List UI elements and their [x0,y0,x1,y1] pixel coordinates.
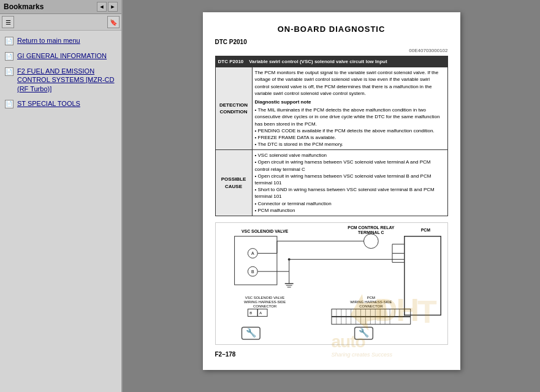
svg-text:B: B [249,311,252,315]
doc-ref: 00E40703000102 [215,48,448,53]
svg-rect-4 [234,236,276,285]
sidebar-item-2-label: F2 FUEL AND EMISSION CONTROL SYSTEMS [MZ… [17,67,116,93]
svg-text:🔧: 🔧 [358,328,369,338]
svg-text:A: A [251,251,254,255]
svg-text:CONNECTOR: CONNECTOR [253,304,277,308]
svg-text:B: B [251,270,254,274]
table-header-dtc: DTC P2010 Variable swirl control (VSC) s… [215,56,447,67]
diagnostic-table: DTC P2010 Variable swirl control (VSC) s… [215,56,448,216]
content-area[interactable]: ON-BOARD DIAGNOSTIC DTC P2010 00E4070300… [123,0,540,392]
sidebar-item-2-icon: 📄 [5,67,13,76]
sidebar-item-1-icon: 📄 [5,52,13,61]
svg-rect-17 [404,236,440,315]
sidebar-item-3-icon: 📄 [5,100,13,108]
sidebar-toolbar: ☰ 🔖 [0,14,121,31]
nav-forward-button[interactable]: ► [108,2,118,12]
table-header-row: DTC P2010 Variable swirl control (VSC) s… [215,56,447,67]
document-page: ON-BOARD DIAGNOSTIC DTC P2010 00E4070300… [203,12,460,370]
possible-cause-content: • VSC solenoid valve malfunction • Open … [252,150,447,216]
sidebar-title: Bookmarks [4,2,44,11]
sidebar-item-1[interactable]: 📄 GI GENERAL INFORMATION [2,50,119,62]
sidebar-content: 📄 Return to main menu 📄 GI GENERAL INFOR… [0,31,121,392]
sidebar-item-1-label: GI GENERAL INFORMATION [17,51,107,60]
possible-cause-row: POSSIBLECAUSE • VSC solenoid valve malfu… [215,150,447,216]
svg-text:A: A [259,311,262,315]
svg-point-11 [363,234,378,249]
svg-text:PCM: PCM [420,228,430,232]
possible-cause-label: POSSIBLECAUSE [215,150,252,216]
document-footer: F2–178 [215,351,448,358]
svg-text:VSC SOLENOID VALVE: VSC SOLENOID VALVE [245,296,284,300]
sidebar-item-3[interactable]: 📄 ST SPECIAL TOOLS [2,97,119,110]
sidebar-nav-buttons: ◄ ► [97,2,118,12]
detection-condition-content: The PCM monitors the output signal to th… [252,67,447,150]
svg-text:🔧: 🔧 [245,328,256,338]
sidebar: Bookmarks ◄ ► ☰ 🔖 📄 Return to main menu … [0,0,123,392]
detection-condition-row: DETECTIONCONDITION The PCM monitors the … [215,67,447,150]
table-header-dtc-code: DTC P2010 [218,59,244,64]
sidebar-item-2[interactable]: 📄 F2 FUEL AND EMISSION CONTROL SYSTEMS [… [2,65,119,95]
sidebar-header: Bookmarks ◄ ► [0,0,121,14]
svg-text:PCM: PCM [367,296,375,300]
main-layout: Bookmarks ◄ ► ☰ 🔖 📄 Return to main menu … [0,0,540,392]
svg-rect-53 [332,317,411,324]
bookmark-tool-button[interactable]: ☰ [2,16,14,28]
svg-text:WIRING HARNESS-SIDE: WIRING HARNESS-SIDE [243,300,285,304]
svg-text:WIRING HARNESS-SIDE: WIRING HARNESS-SIDE [350,300,392,304]
svg-rect-37 [332,309,411,317]
nav-back-button[interactable]: ◄ [97,2,107,12]
svg-text:PCM CONTROL RELAY: PCM CONTROL RELAY [348,225,395,230]
dtc-label: DTC P2010 [215,39,448,45]
bookmark-options-button[interactable]: 🔖 [107,16,120,28]
sidebar-item-0-label: Return to main menu [17,36,80,45]
wiring-svg: VSC SOLENOID VALVE PCM CONTROL RELAY TER… [216,223,447,344]
sidebar-item-0[interactable]: 📄 Return to main menu [2,34,119,47]
table-header-dtc-desc: Variable swirl control (VSC) solenoid va… [249,59,387,64]
document-title: ON-BOARD DIAGNOSTIC [215,24,448,34]
wiring-diagram: VSC SOLENOID VALVE PCM CONTROL RELAY TER… [215,222,448,345]
detection-condition-label: DETECTIONCONDITION [215,67,252,150]
svg-text:CONNECTOR: CONNECTOR [359,304,383,308]
sidebar-item-3-label: ST SPECIAL TOOLS [17,99,80,108]
sidebar-item-0-icon: 📄 [5,37,13,45]
svg-text:VSC SOLENOID VALVE: VSC SOLENOID VALVE [241,229,288,233]
